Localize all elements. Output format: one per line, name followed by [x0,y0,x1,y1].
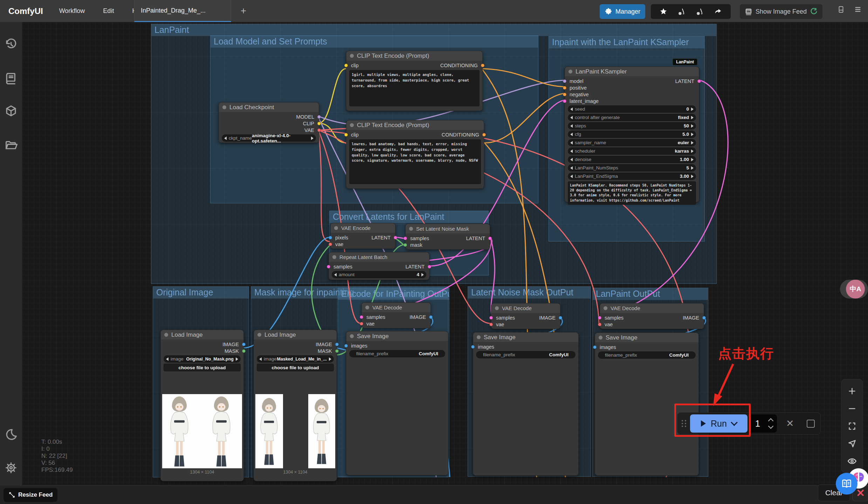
app-logo[interactable]: ComfyUI [8,6,43,16]
image-output-port[interactable] [335,343,339,346]
group-title[interactable]: Convert Latents for LanPaint [330,211,488,223]
node-library-icon[interactable] [5,71,18,84]
mask-input-port[interactable] [404,243,407,247]
image-output-port[interactable] [242,343,246,346]
cancel-run-icon[interactable]: ✕ [786,418,794,429]
steps-widget[interactable]: steps50 [568,122,696,130]
collapse-dot[interactable] [495,306,499,310]
node-lanpaint-ksampler[interactable]: LanPaint LanPaint KSampler model LATENT … [565,66,699,202]
node-clip-text-encode-negative[interactable]: CLIP Text Encode (Prompt) clip CONDITION… [346,120,484,189]
cfg-widget[interactable]: cfg5.0 [568,131,696,138]
node-load-image-original[interactable]: Load Image IMAGE MASK image Original_No_… [160,330,244,481]
group-title[interactable]: Encode for InPainting OutPut [338,288,449,300]
collapse-dot[interactable] [334,226,338,230]
pixels-input-port[interactable] [329,236,332,239]
group-title[interactable]: LanPaint OutPut [593,288,708,300]
samples-input-port[interactable] [598,316,601,320]
vae-input-port[interactable] [360,322,363,326]
latent-output-port[interactable] [394,236,397,239]
image-preview-masked[interactable] [255,394,335,468]
mask-output-port[interactable] [242,349,246,353]
collapse-dot[interactable] [350,123,354,127]
translate-fab[interactable]: 中A [840,280,868,299]
share-icon[interactable] [714,8,722,15]
collapse-dot[interactable] [332,255,336,259]
workflow-tab[interactable]: InPainted_Drag_Me_... [134,0,231,22]
group-title[interactable]: Load Model and Set Prompts [211,36,538,48]
negative-input-port[interactable] [563,93,566,96]
image-output-port[interactable] [429,315,433,319]
node-clip-text-encode-positive[interactable]: CLIP Text Encode (Prompt) clip CONDITION… [346,51,483,111]
samples-input-port[interactable] [489,316,493,320]
control-after-generate-widget[interactable]: control after generatefixed [568,114,696,121]
collapse-dot[interactable] [477,335,481,339]
model-output-port[interactable] [317,115,321,119]
node-save-image-1[interactable]: Save Image images filename_prefixComfyUI [346,331,448,475]
panel-toggle-icon[interactable] [837,6,845,13]
prompt-textarea[interactable]: lowres, bad anatomy, bad hands, text, er… [349,139,481,184]
positive-input-port[interactable] [563,86,566,90]
collapse-dot[interactable] [350,54,354,58]
node-vae-decode-1[interactable]: VAE Decode samples IMAGE vae [361,302,431,328]
vae-input-port[interactable] [329,243,332,246]
filename-prefix-widget[interactable]: filename_prefixComfyUI [598,351,696,359]
amount-widget[interactable]: amount 4 [332,271,426,278]
denoise-widget[interactable]: denoise1.00 [568,156,696,163]
vae-input-port[interactable] [489,323,493,326]
history-icon[interactable] [5,38,18,51]
vae-input-port[interactable] [598,323,601,326]
lanpaint-endsigma-widget[interactable]: LanPaint_EndSigma3.00 [568,173,696,180]
samples-input-port[interactable] [327,265,330,268]
node-load-checkpoint[interactable]: Load Checkpoint MODEL CLIP VAE ckpt_name… [219,102,319,143]
lanpaint-numsteps-widget[interactable]: LanPaint_NumSteps5 [568,164,696,172]
node-save-image-2[interactable]: Save Image images filename_prefixComfyUI [473,332,579,476]
left-arrow-icon[interactable] [224,136,227,140]
images-input-port[interactable] [593,345,597,349]
collapse-dot[interactable] [164,333,168,337]
group-title[interactable]: Inpaint with the LanPaint KSampler [549,36,704,48]
zoom-out-icon[interactable] [847,404,857,413]
group-title[interactable]: LanPaint [151,24,716,36]
vae-output-port[interactable] [317,128,321,132]
collapse-dot[interactable] [599,336,602,340]
latent-output-port[interactable] [428,265,431,268]
filename-prefix-widget[interactable]: filename_prefixComfyUI [349,350,445,357]
node-vae-decode-3[interactable]: VAE Decode samples IMAGE vae [600,303,704,329]
prompt-textarea[interactable]: 1girl, multiple views, multiple angles, … [349,70,480,106]
settings-gear-icon[interactable] [5,461,18,474]
latent-output-port[interactable] [697,79,701,83]
collapse-dot[interactable] [365,306,369,309]
node-vae-encode[interactable]: VAE Encode pixels LATENT vae [330,223,395,249]
stop-icon[interactable] [807,420,815,428]
theme-moon-icon[interactable] [5,428,18,441]
conditioning-output-port[interactable] [482,133,486,136]
images-input-port[interactable] [344,344,348,348]
node-vae-decode-2[interactable]: VAE Decode samples IMAGE vae [491,303,560,329]
collapse-dot[interactable] [222,105,226,109]
collapse-dot[interactable] [409,227,413,231]
hamburger-menu-icon[interactable] [854,6,862,13]
image-widget[interactable]: image Masked_Load_Me_in_... [257,355,334,363]
vacuum-icon[interactable] [696,8,704,15]
latent-image-input-port[interactable] [563,99,566,103]
collapse-dot[interactable] [350,334,354,338]
new-workflow-button[interactable]: + [237,5,249,17]
docs-book-fab[interactable] [836,473,857,495]
toggle-links-eye-icon[interactable] [847,456,857,466]
increment-icon[interactable] [768,418,774,424]
choose-file-button[interactable]: choose file to upload [257,364,334,371]
collapse-dot[interactable] [604,306,607,310]
collapse-dot[interactable] [257,333,261,337]
latent-output-port[interactable] [488,237,492,240]
workflows-folder-icon[interactable] [5,139,18,152]
group-title[interactable]: Latent Noise Mask OutPut [468,287,591,299]
show-image-feed-button[interactable]: Show Image Feed [740,4,822,19]
mask-output-port[interactable] [335,349,339,353]
navigate-cursor-icon[interactable] [847,439,857,448]
batch-count-stepper[interactable]: 1 [750,414,777,433]
samples-input-port[interactable] [404,237,407,240]
clip-input-port[interactable] [344,133,348,136]
menu-workflow[interactable]: Workflow [59,7,85,15]
ckpt-name-widget[interactable]: ckpt_name animagine-xl-4.0-opt.safeten..… [222,134,316,142]
zoom-in-icon[interactable] [847,386,857,396]
